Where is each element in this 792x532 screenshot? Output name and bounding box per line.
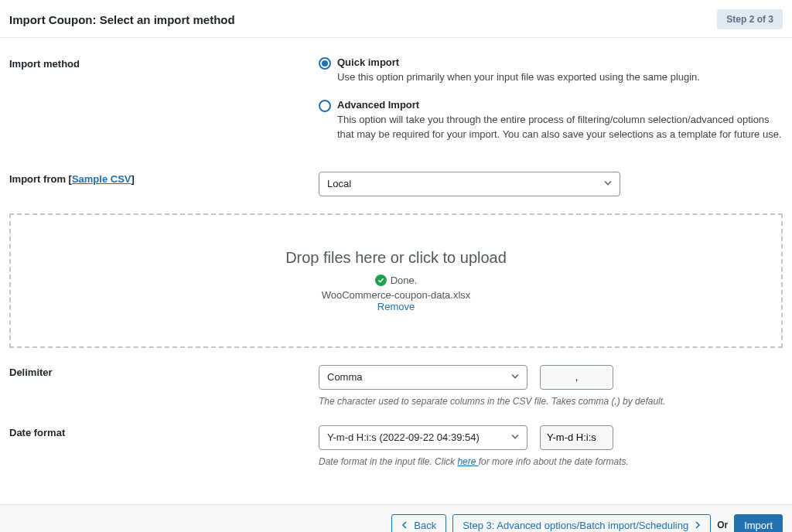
- delimiter-help: The character used to separate columns i…: [319, 394, 783, 408]
- chevron-right-icon: [693, 520, 701, 531]
- sample-csv-link[interactable]: Sample CSV: [72, 173, 131, 185]
- date-format-here-link[interactable]: here: [457, 456, 478, 467]
- date-format-select[interactable]: Y-m-d H:i:s (2022-09-22 04:39:54): [319, 425, 527, 450]
- page-title: Import Coupon: Select an import method: [9, 13, 235, 26]
- import-button[interactable]: Import: [734, 514, 783, 533]
- import-method-label: Import method: [9, 56, 319, 156]
- advanced-import-title: Advanced Import: [337, 99, 783, 111]
- delimiter-label: Delimiter: [9, 365, 319, 408]
- radio-icon: [319, 57, 331, 70]
- dropzone-title: Drop files here or click to upload: [20, 249, 772, 267]
- advanced-import-desc: This option will take you through the en…: [337, 112, 783, 142]
- delimiter-input[interactable]: [540, 365, 613, 390]
- quick-import-desc: Use this option primarily when your inpu…: [337, 70, 783, 85]
- file-dropzone[interactable]: Drop files here or click to upload Done.…: [9, 213, 783, 348]
- step-badge: Step 2 of 3: [717, 9, 783, 29]
- next-step-button[interactable]: Step 3: Advanced options/Batch import/Sc…: [452, 514, 711, 533]
- import-from-label: Import from [Sample CSV]: [9, 172, 319, 196]
- radio-quick-import[interactable]: Quick import Use this option primarily w…: [319, 56, 783, 85]
- chevron-left-icon: [401, 520, 409, 531]
- upload-status: Done.: [391, 275, 418, 286]
- check-icon: [375, 275, 387, 286]
- date-format-input[interactable]: [540, 425, 613, 450]
- uploaded-file-name: WooCommerce-coupon-data.xlsx: [20, 289, 772, 301]
- import-from-select[interactable]: Local: [319, 172, 620, 196]
- remove-file-link[interactable]: Remove: [20, 301, 772, 312]
- date-format-label: Date format: [9, 425, 319, 469]
- radio-advanced-import[interactable]: Advanced Import This option will take yo…: [319, 99, 783, 142]
- back-button[interactable]: Back: [391, 514, 446, 533]
- quick-import-title: Quick import: [337, 56, 783, 68]
- or-text: Or: [717, 520, 728, 530]
- delimiter-select[interactable]: Comma: [319, 365, 527, 390]
- date-format-help: Date format in the input file. Click her…: [319, 455, 783, 469]
- radio-icon: [319, 100, 331, 112]
